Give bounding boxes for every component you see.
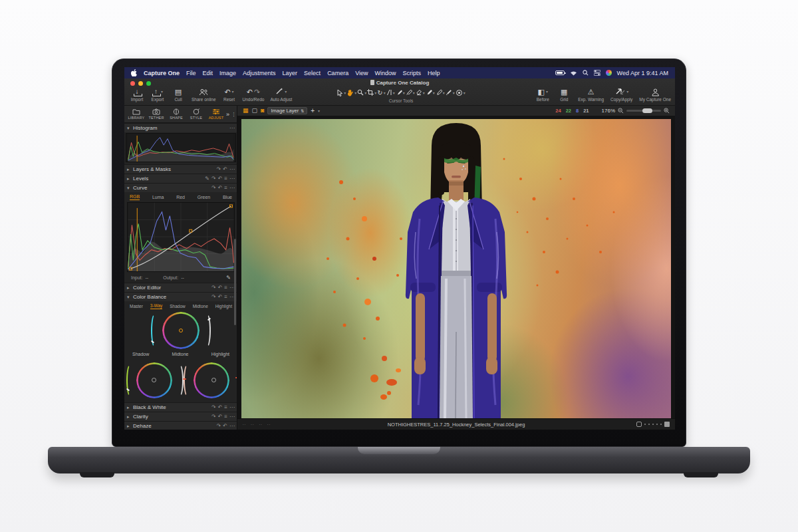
loupe-tool[interactable]: ▾	[357, 89, 366, 96]
menu-icon[interactable]	[224, 414, 227, 420]
menu-item-layer[interactable]: Layer	[283, 70, 298, 76]
more-icon[interactable]	[229, 414, 235, 420]
shadow-right-slider[interactable]	[176, 364, 184, 397]
thumbnail-view-icon[interactable]: ▦	[243, 108, 249, 114]
copy-apply-button[interactable]: ▾ Copy/Apply	[610, 88, 632, 102]
shadow-left-slider[interactable]	[126, 364, 134, 397]
copy-icon[interactable]	[211, 186, 216, 191]
spot-brush-tool[interactable]: ▾	[396, 89, 405, 96]
zoom-level[interactable]: 176%	[602, 108, 615, 114]
menu-icon[interactable]	[224, 405, 227, 410]
panel-histogram-header[interactable]: ▾Histogram	[124, 123, 237, 132]
more-icon[interactable]	[229, 405, 235, 410]
curve-tab-green[interactable]: Green	[198, 195, 210, 200]
more-icon[interactable]	[229, 186, 235, 191]
shadow-wheel-marker[interactable]	[152, 378, 156, 382]
rotate-tool[interactable]: ↻▾	[377, 89, 385, 96]
panel-clarity-header[interactable]: ▸Clarity	[124, 412, 237, 421]
draw-mask-tool[interactable]: ▾	[426, 89, 435, 96]
grid-button[interactable]: ▦ Grid	[557, 88, 571, 102]
apple-menu-icon[interactable]	[131, 69, 137, 76]
midtone-wheel-marker[interactable]	[179, 329, 183, 332]
import-button[interactable]: ↓ Import	[130, 88, 144, 102]
panel-color-balance-header[interactable]: ▾Color Balance	[124, 292, 237, 301]
reset-icon[interactable]	[223, 167, 227, 172]
crop-tool[interactable]: ▾	[367, 89, 376, 96]
filmstrip-toggle-icon[interactable]	[664, 422, 670, 427]
sidebar-scrollbar[interactable]	[234, 239, 236, 325]
tab-adjust[interactable]: ADJUST	[206, 108, 226, 120]
more-icon[interactable]	[229, 424, 235, 429]
fill-mask-tool[interactable]: ▾	[436, 89, 445, 96]
more-icon[interactable]	[229, 167, 235, 172]
curve-graph[interactable]	[127, 202, 235, 272]
wifi-icon[interactable]	[570, 70, 577, 76]
menu-item-camera[interactable]: Camera	[327, 70, 348, 76]
panel-color-editor-header[interactable]: ▸Color Editor	[124, 283, 237, 292]
cb-tab-shadow[interactable]: Shadow	[170, 304, 186, 309]
zoom-slider-thumb[interactable]	[642, 108, 652, 113]
reset-icon[interactable]	[218, 405, 223, 410]
curve-tab-rgb[interactable]: RGB	[130, 194, 140, 200]
cb-tab-master[interactable]: Master	[130, 304, 143, 309]
highlight-right-slider[interactable]	[233, 364, 237, 397]
more-icon[interactable]	[229, 126, 235, 131]
panel-curve-header[interactable]: ▾Curve	[124, 183, 237, 192]
proof-view-icon[interactable]: ◙	[261, 108, 264, 114]
cb-tab-midtone[interactable]: Midtone	[193, 304, 208, 309]
copy-icon[interactable]	[211, 414, 216, 420]
more-icon[interactable]	[229, 176, 235, 182]
menu-item-app[interactable]: Capture One	[144, 70, 180, 76]
single-view-icon[interactable]: ▢	[252, 108, 258, 114]
highlight-wheel-marker[interactable]	[211, 378, 216, 382]
search-icon[interactable]	[583, 70, 589, 76]
menu-icon[interactable]	[224, 295, 227, 300]
heal-tool[interactable]: ▾	[406, 89, 415, 96]
menu-item-view[interactable]: View	[355, 70, 368, 76]
cull-button[interactable]: ▤ Cull	[171, 88, 186, 102]
panel-dehaze-header[interactable]: ▸Dehaze	[124, 421, 237, 430]
photo-canvas[interactable]	[241, 119, 671, 418]
clone-stamp-tool[interactable]: ▾	[456, 89, 466, 96]
curve-tab-red[interactable]: Red	[176, 195, 185, 200]
pen-icon[interactable]	[205, 176, 209, 182]
share-online-button[interactable]: Share online	[192, 88, 216, 102]
tab-tether[interactable]: TETHER	[146, 108, 166, 120]
cb-tab-highlight[interactable]: Highlight	[215, 304, 232, 309]
menu-item-select[interactable]: Select	[304, 70, 321, 76]
menu-icon[interactable]	[224, 176, 227, 182]
reset-icon[interactable]	[218, 186, 223, 191]
curve-tab-luma[interactable]: Luma	[152, 195, 164, 200]
select-tool[interactable]: ▾	[336, 89, 346, 96]
expand-tabs-icon[interactable]: »	[226, 111, 229, 118]
reset-icon[interactable]	[218, 285, 223, 291]
menu-item-adjustments[interactable]: Adjustments	[243, 70, 276, 76]
zoom-in-icon[interactable]	[664, 108, 670, 114]
zoom-out-icon[interactable]	[618, 108, 624, 114]
copy-icon[interactable]	[211, 295, 216, 300]
highlight-left-slider[interactable]	[184, 364, 192, 397]
menu-icon[interactable]	[224, 285, 227, 291]
my-capture-one-button[interactable]: My Capture One	[639, 88, 671, 102]
tab-overflow-icon[interactable]: ⋮	[231, 112, 236, 117]
before-button[interactable]: ◧▾ Before	[535, 88, 550, 102]
exposure-warning-button[interactable]: ⚠ Exp. Warning	[578, 88, 604, 102]
reset-icon[interactable]	[218, 176, 223, 182]
straighten-tool[interactable]: ▾	[386, 89, 395, 96]
reset-button[interactable]: ▾ Reset	[222, 88, 237, 102]
menu-bar-clock[interactable]: Wed Apr 1 9:41 AM	[617, 70, 668, 76]
cb-tab-3way[interactable]: 3-Way	[150, 303, 163, 309]
add-layer-button[interactable]: +	[311, 107, 315, 114]
copy-icon[interactable]	[211, 285, 216, 291]
panel-black-white-header[interactable]: ▸Black & White	[124, 402, 237, 412]
export-button[interactable]: ↑▾ Export	[150, 88, 165, 102]
undo-redo-buttons[interactable]: Undo/Redo	[243, 88, 265, 102]
copy-icon[interactable]	[211, 176, 216, 182]
gradient-mask-tool[interactable]: ▾	[446, 89, 455, 96]
zoom-slider[interactable]	[626, 110, 661, 112]
tab-style[interactable]: STYLE	[186, 108, 206, 120]
panel-levels-header[interactable]: ▸Levels	[124, 174, 237, 183]
menu-item-scripts[interactable]: Scripts	[403, 70, 422, 76]
menu-item-image[interactable]: Image	[219, 70, 236, 76]
thumb-size-icon[interactable]	[636, 422, 642, 427]
